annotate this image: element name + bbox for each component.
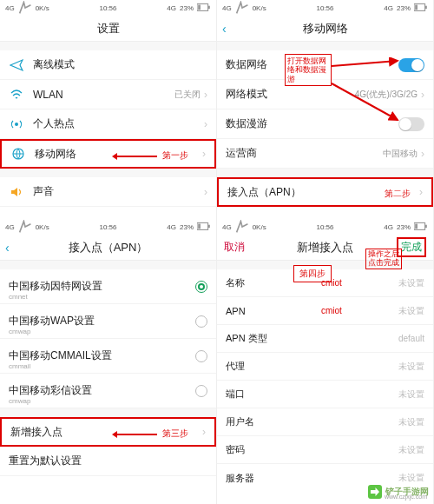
svg-rect-1 xyxy=(208,6,210,9)
svg-rect-2 xyxy=(198,5,201,10)
field-apn-type[interactable]: APN 类型default xyxy=(217,325,433,353)
page-title: 新增接入点 xyxy=(297,240,353,255)
globe-icon xyxy=(10,146,26,162)
svg-rect-11 xyxy=(208,225,210,228)
svg-rect-12 xyxy=(198,224,201,229)
apn-item[interactable]: 中国移动WAP设置cmwap xyxy=(0,304,216,339)
pane-settings: 4G0K/s 10:56 4G23% 设置 离线模式 WLAN 已关闭 › 个人… xyxy=(0,0,217,219)
titlebar: 设置 xyxy=(0,16,216,42)
titlebar: ‹ 移动网络 xyxy=(217,16,433,42)
chevron-right-icon: › xyxy=(204,89,207,101)
row-carrier[interactable]: 运营商 中国移动 › xyxy=(217,139,433,169)
chevron-right-icon: › xyxy=(421,148,424,160)
pane-mobile-network: 4G0K/s 10:56 4G23% ‹ 移动网络 数据网络 网络模式 4G(优… xyxy=(217,0,434,219)
apn-item[interactable]: 中国移动CMMAIL设置cmmail xyxy=(0,339,216,374)
pane-apn-list: 4G0K/s 10:56 4G23% ‹ 接入点（APN） 中国移动因特网设置c… xyxy=(0,219,217,504)
chevron-right-icon: › xyxy=(202,426,206,438)
svg-rect-7 xyxy=(415,5,418,10)
radio[interactable] xyxy=(195,281,207,293)
pane-new-apn: 4G0K/s 10:56 4G23% 取消 新增接入点 完成 名称未设置 APN… xyxy=(217,219,434,504)
field-port[interactable]: 端口未设置 xyxy=(217,381,433,408)
toggle-mobile-data[interactable] xyxy=(398,58,424,72)
field-proxy[interactable]: 代理未设置 xyxy=(217,353,433,381)
chevron-right-icon: › xyxy=(204,186,207,198)
battery-icon xyxy=(197,1,211,15)
chevron-right-icon: › xyxy=(202,148,206,160)
page-title: 接入点（APN） xyxy=(69,240,148,255)
svg-rect-14 xyxy=(425,225,427,228)
field-password[interactable]: 密码未设置 xyxy=(217,436,433,464)
row-add-apn[interactable]: 新增接入点 › 第三步 xyxy=(0,417,216,447)
row-airplane[interactable]: 离线模式 xyxy=(0,50,216,80)
status-bar: 4G0K/s 10:56 4G23% xyxy=(0,0,216,16)
wifi-icon xyxy=(9,87,24,103)
svg-rect-6 xyxy=(425,6,427,9)
status-bar: 4G0K/s 10:56 4G23% xyxy=(0,219,216,235)
field-name[interactable]: 名称未设置 xyxy=(217,269,433,297)
apn-item[interactable]: 中国移动因特网设置cmnet xyxy=(0,269,216,304)
chevron-right-icon: › xyxy=(204,118,207,130)
radio[interactable] xyxy=(195,385,207,397)
titlebar: ‹ 接入点（APN） xyxy=(0,235,216,261)
row-sound[interactable]: 声音 › xyxy=(0,177,216,207)
apn-item[interactable]: 中国移动彩信设置cmwap xyxy=(0,374,216,408)
row-hotspot[interactable]: 个人热点 › xyxy=(0,109,216,139)
page-title: 设置 xyxy=(97,21,120,36)
row-apn[interactable]: 接入点（APN） › 第二步 xyxy=(217,177,433,207)
status-bar: 4G0K/s 10:56 4G23% xyxy=(217,0,433,16)
row-network-mode[interactable]: 网络模式 4G(优先)/3G/2G › xyxy=(217,80,433,109)
row-reset-apn[interactable]: 重置为默认设置 xyxy=(0,447,216,476)
chevron-right-icon: › xyxy=(419,186,423,198)
done-button[interactable]: 完成 xyxy=(397,237,426,257)
svg-point-3 xyxy=(15,123,18,126)
radio[interactable] xyxy=(195,350,207,362)
svg-rect-15 xyxy=(415,224,418,229)
hotspot-icon xyxy=(9,116,24,132)
status-bar: 4G0K/s 10:56 4G23% xyxy=(217,219,433,235)
radio[interactable] xyxy=(195,315,207,328)
back-button[interactable]: ‹ xyxy=(5,241,10,255)
sound-icon xyxy=(9,184,24,200)
field-apn[interactable]: APN未设置 xyxy=(217,297,433,325)
back-button[interactable]: ‹ xyxy=(222,22,227,36)
toggle-roaming[interactable] xyxy=(398,117,424,131)
row-mobile-data[interactable]: 数据网络 xyxy=(217,50,433,80)
field-username[interactable]: 用户名未设置 xyxy=(217,408,433,436)
airplane-icon xyxy=(9,57,24,73)
row-data-roaming[interactable]: 数据漫游 xyxy=(217,109,433,139)
page-title: 移动网络 xyxy=(303,21,348,36)
field-server[interactable]: 服务器未设置 xyxy=(217,464,433,492)
row-mobile-network[interactable]: 移动网络 › 第一步 xyxy=(0,139,216,169)
cancel-button[interactable]: 取消 xyxy=(224,240,245,255)
chevron-right-icon: › xyxy=(421,89,424,101)
row-wlan[interactable]: WLAN 已关闭 › xyxy=(0,80,216,109)
titlebar: 取消 新增接入点 完成 xyxy=(217,235,433,261)
